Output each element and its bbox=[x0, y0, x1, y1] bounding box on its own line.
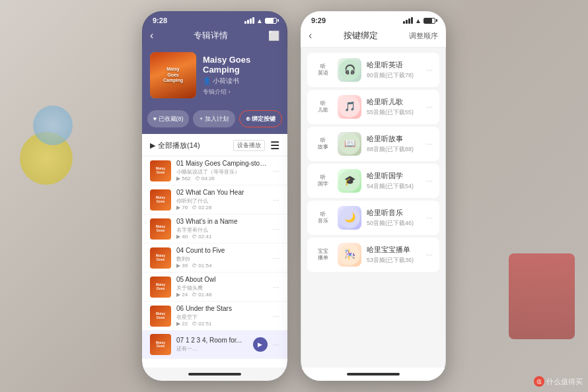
track-info: 07 1 2 3 4, Room for... 还有一… bbox=[176, 337, 248, 352]
channel-item-story[interactable]: 听故事 📖 哈里听故事 88音频(已下载88) ··· bbox=[307, 127, 439, 161]
track-thumbnail: MaisyGoes bbox=[150, 160, 171, 181]
plays-icon: ▶ 22 bbox=[176, 321, 188, 327]
channel-count: 55音频(已下载55) bbox=[367, 108, 421, 117]
track-more-icon[interactable]: ··· bbox=[273, 311, 279, 321]
album-desc[interactable]: 专辑介绍 › bbox=[203, 88, 279, 96]
track-thumbnail: MaisyGoes bbox=[150, 334, 171, 355]
channel-more-icon[interactable]: ··· bbox=[426, 65, 433, 75]
signal-icon bbox=[403, 17, 413, 24]
track-meta: 数到5 bbox=[176, 255, 268, 263]
channel-label: 宝宝播单 bbox=[314, 248, 332, 261]
channel-item-music[interactable]: 听音乐 🌙 哈里听音乐 50音频(已下载46) ··· bbox=[307, 201, 439, 235]
duration: ⏱ 02:28 bbox=[192, 205, 211, 211]
track-stats: ▶ 562 ⏱ 04:26 bbox=[176, 176, 268, 181]
plays-icon: ▶ 562 bbox=[176, 176, 191, 181]
track-list: MaisyGoes 01 Maisy Goes Camping-story...… bbox=[142, 156, 287, 368]
svg-text:🌙: 🌙 bbox=[344, 212, 356, 223]
share-icon[interactable]: ⬜ bbox=[268, 30, 279, 41]
track-subtitle: 关于猫头鹰 bbox=[176, 284, 203, 292]
collect-button[interactable]: ♥ 已收藏(8) bbox=[147, 110, 189, 127]
signal-bar-1 bbox=[244, 21, 246, 24]
bind-button[interactable]: ⊕ 绑定按键 bbox=[239, 110, 282, 127]
track-stats: ▶ 40 ⏱ 02:41 bbox=[176, 234, 268, 240]
bg-decor-blue bbox=[33, 106, 73, 145]
track-subtitle: 数到5 bbox=[176, 255, 190, 263]
channel-list: 听英语 🎧 哈里听英语 80音频(已下载78) ··· 听儿歌 🎵 哈里听儿歌 … bbox=[301, 48, 446, 368]
track-title: 01 Maisy Goes Camping-story... bbox=[176, 160, 268, 167]
play-button[interactable]: ▶ bbox=[253, 337, 268, 352]
channel-more-icon[interactable]: ··· bbox=[426, 213, 433, 222]
p1-navbar: ‹ 专辑详情 ⬜ bbox=[142, 27, 287, 47]
track-more-icon[interactable]: ··· bbox=[273, 195, 279, 205]
channel-more-icon[interactable]: ··· bbox=[426, 250, 433, 259]
watermark: 值 什么值得买 bbox=[534, 376, 583, 387]
track-more-icon[interactable]: ··· bbox=[273, 282, 279, 292]
svg-text:🎵: 🎵 bbox=[344, 101, 356, 112]
track-more-icon[interactable]: ··· bbox=[273, 224, 279, 234]
track-subtitle: 名字里有什么 bbox=[176, 226, 208, 234]
battery-fill bbox=[424, 18, 432, 23]
playlist-section: ▶ 全部播放(14) 设备播放 ☰ MaisyGoes 01 Maisy Goe… bbox=[142, 134, 287, 368]
home-indicator bbox=[188, 373, 241, 376]
album-cover-text: MaisyGoesCamping bbox=[163, 67, 183, 83]
battery-icon bbox=[265, 18, 277, 24]
channel-count: 54音频(已下载54) bbox=[367, 182, 421, 191]
track-title: 06 Under the Stars bbox=[176, 305, 268, 312]
plays-icon: ▶ 40 bbox=[176, 234, 188, 240]
track-title: 07 1 2 3 4, Room for... bbox=[176, 337, 248, 344]
track-item: MaisyGoes 04 Count to Five 数到5 ▶ 39 ⏱ 01… bbox=[142, 244, 287, 273]
signal-bar-4 bbox=[252, 17, 254, 24]
channel-item-en[interactable]: 听英语 🎧 哈里听英语 80音频(已下载78) ··· bbox=[307, 53, 439, 87]
p2-navbar: ‹ 按键绑定 调整顺序 bbox=[301, 27, 446, 48]
home-bar-1 bbox=[142, 368, 287, 381]
playlist-count: 全部播放(14) bbox=[158, 141, 200, 150]
channel-item-learn[interactable]: 听国学 🎓 哈里听国学 54音频(已下载54) ··· bbox=[307, 164, 439, 198]
plays-icon: ▶ 39 bbox=[176, 263, 188, 269]
channel-icon-learn: 🎓 bbox=[338, 169, 361, 193]
adjust-order-button[interactable]: 调整顺序 bbox=[409, 31, 438, 41]
channel-item-song[interactable]: 听儿歌 🎵 哈里听儿歌 55音频(已下载55) ··· bbox=[307, 90, 439, 124]
channel-item-baby[interactable]: 宝宝播单 🎠 哈里宝宝播单 53音频(已下载36) ··· bbox=[307, 238, 439, 272]
back-button-1[interactable]: ‹ bbox=[150, 30, 153, 42]
channel-more-icon[interactable]: ··· bbox=[426, 176, 433, 185]
track-meta: 还有一… bbox=[176, 345, 248, 352]
track-item: MaisyGoes 06 Under the Stars 在星空下 ▶ 22 ⏱… bbox=[142, 302, 287, 331]
track-subtitle: 你听到了什么 bbox=[176, 197, 208, 205]
channel-icon-baby: 🎠 bbox=[338, 243, 361, 267]
signal-bar-2 bbox=[247, 20, 249, 24]
track-more-icon[interactable]: ··· bbox=[273, 253, 279, 263]
channel-info: 哈里宝宝播单 53音频(已下载36) bbox=[367, 245, 421, 265]
track-stats: ▶ 76 ⏱ 02:28 bbox=[176, 205, 268, 211]
track-more-icon[interactable]: ··· bbox=[273, 340, 279, 349]
back-button-2[interactable]: ‹ bbox=[309, 30, 312, 42]
track-subtitle: 小睡鼠说话了（等等音乐） bbox=[176, 168, 240, 176]
watermark-icon: 值 bbox=[534, 376, 544, 387]
track-info: 02 What Can You Hear 你听到了什么 ▶ 76 ⏱ 02:28 bbox=[176, 189, 268, 211]
bg-decor-robot bbox=[509, 253, 575, 339]
time-2: 9:29 bbox=[311, 16, 326, 24]
channel-more-icon[interactable]: ··· bbox=[426, 139, 433, 148]
signal-icon bbox=[244, 17, 254, 24]
channel-info: 哈里听故事 88音频(已下载88) bbox=[367, 134, 421, 154]
author-name: 小荷读书 bbox=[213, 77, 239, 86]
device-play-button[interactable]: 设备播放 bbox=[233, 140, 265, 151]
channel-icon-music: 🌙 bbox=[338, 206, 361, 230]
track-more-icon[interactable]: ··· bbox=[273, 166, 279, 176]
track-info: 05 About Owl 关于猫头鹰 ▶ 24 ⏱ 01:48 bbox=[176, 276, 268, 298]
battery-fill bbox=[266, 18, 274, 23]
track-meta: 小睡鼠说话了（等等音乐） bbox=[176, 168, 268, 176]
track-thumbnail: MaisyGoes bbox=[150, 218, 171, 240]
track-thumbnail: MaisyGoes bbox=[150, 277, 171, 298]
channel-icon-en: 🎧 bbox=[338, 58, 361, 82]
track-title: 02 What Can You Hear bbox=[176, 189, 268, 196]
track-subtitle: 在星空下 bbox=[176, 313, 198, 321]
track-thumbnail: MaisyGoes bbox=[150, 247, 171, 269]
status-icons-2: ▲ bbox=[403, 17, 435, 24]
channel-more-icon[interactable]: ··· bbox=[426, 102, 433, 112]
svg-text:🎓: 🎓 bbox=[344, 175, 356, 186]
add-plan-button[interactable]: + 加入计划 bbox=[193, 110, 235, 127]
home-bar-2 bbox=[301, 368, 446, 381]
watermark-text: 什么值得买 bbox=[546, 377, 583, 387]
phone-2: 9:29 ▲ ‹ 按键绑定 调整顺序 听英 bbox=[301, 11, 446, 381]
track-stats: ▶ 39 ⏱ 01:54 bbox=[176, 263, 268, 269]
